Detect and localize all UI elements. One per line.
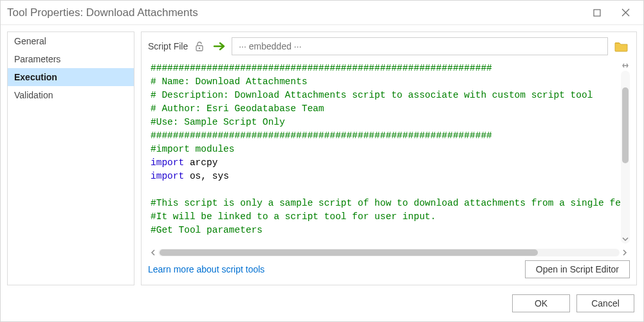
sidebar-item-label: Execution: [14, 72, 57, 82]
scroll-down-button[interactable]: [621, 235, 630, 244]
cancel-button[interactable]: Cancel: [576, 294, 634, 312]
code-area: ########################################…: [148, 62, 630, 259]
scroll-right-button[interactable]: [620, 247, 630, 258]
window-title: Tool Properties: Download Attachments: [7, 6, 583, 19]
close-icon: [621, 8, 630, 17]
export-script-button[interactable]: [212, 39, 226, 53]
ok-button[interactable]: OK: [512, 294, 570, 312]
svg-rect-0: [594, 10, 600, 16]
chevron-right-icon: [622, 249, 627, 256]
scroll-left-button[interactable]: [148, 247, 158, 258]
sidebar-item-execution[interactable]: Execution: [8, 68, 134, 86]
sidebar-item-parameters[interactable]: Parameters: [8, 50, 134, 68]
vertical-scrollbar[interactable]: [621, 64, 630, 246]
horizontal-scrollbar[interactable]: [148, 247, 630, 258]
script-file-label: Script File: [148, 41, 188, 51]
sidebar-item-general[interactable]: General: [8, 32, 134, 50]
browse-button[interactable]: [613, 38, 630, 55]
dialog-body: General Parameters Execution Validation …: [1, 25, 643, 289]
main-panel: Script File: [141, 31, 637, 285]
expand-icon[interactable]: [621, 62, 630, 69]
category-sidebar: General Parameters Execution Validation: [7, 31, 134, 285]
dialog-footer: OK Cancel: [1, 289, 643, 321]
learn-more-link[interactable]: Learn more about script tools: [148, 264, 264, 274]
code-viewport[interactable]: ########################################…: [148, 62, 630, 246]
svg-point-4: [199, 48, 201, 49]
maximize-icon: [593, 9, 601, 17]
code-content: ########################################…: [148, 62, 630, 246]
panel-bottom-row: Learn more about script tools Open in Sc…: [142, 259, 636, 285]
chevron-down-icon: [622, 237, 629, 242]
embed-lock-button[interactable]: [193, 39, 207, 53]
arrow-right-icon: [213, 41, 226, 51]
hscroll-thumb[interactable]: [160, 249, 538, 256]
script-file-path-input[interactable]: [232, 37, 608, 55]
sidebar-item-validation[interactable]: Validation: [8, 86, 134, 104]
sidebar-item-label: Validation: [14, 90, 53, 100]
maximize-button[interactable]: [583, 3, 611, 22]
folder-icon: [614, 40, 629, 52]
close-button[interactable]: [611, 3, 639, 22]
vscroll-thumb[interactable]: [622, 87, 629, 163]
chevron-left-icon: [151, 249, 156, 256]
dialog-window: Tool Properties: Download Attachments Ge…: [0, 0, 644, 322]
sidebar-item-label: Parameters: [14, 54, 60, 64]
script-file-toolbar: Script File: [142, 32, 636, 62]
lock-open-icon: [194, 40, 206, 52]
titlebar: Tool Properties: Download Attachments: [1, 1, 643, 25]
sidebar-item-label: General: [14, 36, 46, 46]
open-in-script-editor-button[interactable]: Open in Script Editor: [525, 260, 630, 278]
hscroll-track[interactable]: [158, 249, 620, 256]
